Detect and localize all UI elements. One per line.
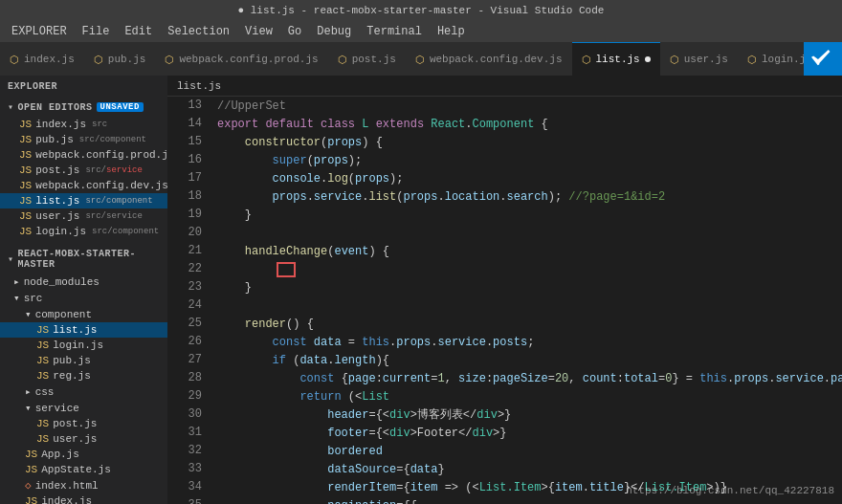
tree-component[interactable]: ▾ component xyxy=(0,306,167,322)
open-editors-title[interactable]: ▾ OPEN EDITORS UNSAVED xyxy=(0,96,167,117)
open-editor-label: index.js xyxy=(35,119,86,130)
open-editor-user[interactable]: JS user.js src/service xyxy=(0,208,167,224)
tree-src[interactable]: ▾ src xyxy=(0,290,167,306)
tab-icon: ⬡ xyxy=(582,54,591,66)
tab-list[interactable]: ⬡ list.js xyxy=(572,42,660,76)
line-num-13: 13 xyxy=(167,97,202,115)
line-num-17: 17 xyxy=(167,169,202,187)
open-editor-pub[interactable]: JS pub.js src/component xyxy=(0,132,167,147)
tree-appstate[interactable]: JS AppState.js xyxy=(0,462,167,477)
code-line-16: super ( props ); xyxy=(217,151,842,169)
open-editor-label: pub.js xyxy=(35,134,74,145)
line-num-22: 22 xyxy=(167,260,202,278)
tree-css[interactable]: ▸ css xyxy=(0,383,167,400)
tree-list[interactable]: JS list.js xyxy=(0,322,167,338)
line-num-34: 34 xyxy=(167,478,202,496)
code-line-30: header ={< div > 博客列表 </ div >} xyxy=(217,405,842,424)
js-icon: JS xyxy=(19,134,32,145)
title-text: ● list.js - react-mobx-starter-master - … xyxy=(8,5,834,16)
code-area[interactable]: 13 14 15 16 17 18 19 20 21 22 23 24 25 2… xyxy=(167,97,842,504)
line-num-16: 16 xyxy=(167,151,202,169)
tab-index[interactable]: ⬡ index.js xyxy=(0,42,84,76)
explorer-label: EXPLORER xyxy=(8,81,57,92)
tabs-bar: ⬡ index.js ⬡ pub.js ⬡ webpack.config.pro… xyxy=(0,42,842,76)
tree-reg[interactable]: JS reg.js xyxy=(0,368,167,383)
title-bar: ● list.js - react-mobx-starter-master - … xyxy=(0,0,842,21)
folder-label: node_modules xyxy=(24,276,100,288)
tab-label: webpack.config.dev.js xyxy=(430,54,563,65)
tree-appjs[interactable]: JS App.js xyxy=(0,447,167,462)
line-num-23: 23 xyxy=(167,278,202,296)
explorer-title: EXPLORER xyxy=(0,76,167,96)
line-numbers: 13 14 15 16 17 18 19 20 21 22 23 24 25 2… xyxy=(167,97,210,504)
code-line-14: export default class L extends React . C… xyxy=(217,115,842,133)
open-editor-label: webpack.config.prod.js xyxy=(35,149,167,161)
file-label: list.js xyxy=(53,324,97,336)
menu-help[interactable]: Help xyxy=(430,21,473,42)
open-editor-label: login.js xyxy=(35,226,86,237)
open-editor-webpack-dev[interactable]: JS webpack.config.dev.js xyxy=(0,178,167,193)
folder-icon: ▾ xyxy=(25,308,32,320)
path-label: src/component xyxy=(92,227,159,236)
menu-debug[interactable]: Debug xyxy=(309,21,359,42)
open-editor-login[interactable]: JS login.js src/component xyxy=(0,224,167,239)
tab-webpack-dev[interactable]: ⬡ webpack.config.dev.js xyxy=(406,42,572,76)
menu-view[interactable]: View xyxy=(237,21,280,42)
code-line-20 xyxy=(217,224,842,242)
chevron-icon: ▾ xyxy=(8,101,14,113)
tab-label: pub.js xyxy=(108,54,146,65)
tree-node-modules[interactable]: ▸ node_modules xyxy=(0,274,167,290)
menu-explorer[interactable]: EXPLORER xyxy=(4,21,75,42)
js-icon: JS xyxy=(19,149,32,161)
tab-icon: ⬡ xyxy=(415,54,425,66)
menu-file[interactable]: File xyxy=(75,21,118,42)
tree-login[interactable]: JS login.js xyxy=(0,338,167,353)
file-label: post.js xyxy=(53,418,97,429)
line-num-28: 28 xyxy=(167,369,202,387)
folder-label: service xyxy=(35,403,79,414)
code-line-26: const data = this . props . service . po… xyxy=(217,333,842,351)
tab-label: list.js xyxy=(596,54,640,65)
line-num-27: 27 xyxy=(167,351,202,369)
file-label: reg.js xyxy=(53,370,91,382)
open-editor-post[interactable]: JS post.js src/service xyxy=(0,163,167,178)
tab-user[interactable]: ⬡ user.js xyxy=(660,42,738,76)
menu-terminal[interactable]: Terminal xyxy=(359,21,430,42)
breadcrumb: list.js xyxy=(167,76,842,97)
line-num-19: 19 xyxy=(167,206,202,224)
tab-label: webpack.config.prod.js xyxy=(179,54,318,65)
js-icon: JS xyxy=(25,495,37,504)
sidebar: EXPLORER ▾ OPEN EDITORS UNSAVED JS index… xyxy=(0,76,167,504)
menu-selection[interactable]: Selection xyxy=(160,21,237,42)
tree-indexhtml[interactable]: ◇ index.html xyxy=(0,477,167,493)
code-line-34: renderItem ={ item => (< List.Item >{ it… xyxy=(217,478,842,496)
path-label: src/component xyxy=(85,196,152,206)
tree-indexjs[interactable]: JS index.js xyxy=(0,493,167,504)
menu-edit[interactable]: Edit xyxy=(117,21,160,42)
vscode-logo xyxy=(804,42,842,76)
file-label: pub.js xyxy=(53,355,91,366)
open-editor-index[interactable]: JS index.js src xyxy=(0,117,167,132)
path-label: src/component xyxy=(79,135,146,144)
tab-pub[interactable]: ⬡ pub.js xyxy=(84,42,156,76)
open-editor-list[interactable]: JS list.js src/component xyxy=(0,193,167,208)
redbox-22 xyxy=(277,262,296,277)
menu-go[interactable]: Go xyxy=(280,21,309,42)
js-icon: JS xyxy=(25,464,37,475)
open-editor-webpack-prod[interactable]: JS webpack.config.prod.js xyxy=(0,147,167,163)
tree-pub[interactable]: JS pub.js xyxy=(0,353,167,368)
breadcrumb-text: list.js xyxy=(177,80,221,92)
tab-label: user.js xyxy=(684,54,728,65)
path-label: src xyxy=(92,120,107,129)
main-area: EXPLORER ▾ OPEN EDITORS UNSAVED JS index… xyxy=(0,76,842,504)
chevron-icon: ▾ xyxy=(8,253,14,265)
tree-user[interactable]: JS user.js xyxy=(0,431,167,447)
project-title[interactable]: ▾ REACT-MOBX-STARTER-MASTER xyxy=(0,243,167,274)
tree-service[interactable]: ▾ service xyxy=(0,400,167,416)
tab-post[interactable]: ⬡ post.js xyxy=(328,42,406,76)
tab-webpack-prod[interactable]: ⬡ webpack.config.prod.js xyxy=(155,42,327,76)
js-icon: JS xyxy=(36,340,49,351)
tab-label: index.js xyxy=(24,54,75,65)
tree-post[interactable]: JS post.js xyxy=(0,416,167,431)
tab-icon: ⬡ xyxy=(94,54,103,66)
